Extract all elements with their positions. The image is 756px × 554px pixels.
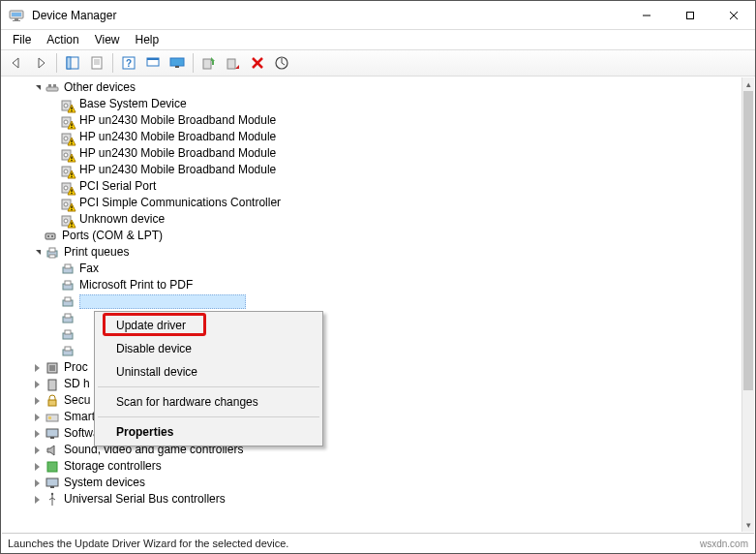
chevron-right-icon[interactable]: [31, 412, 43, 423]
svg-rect-36: [71, 127, 72, 128]
tree-node-other-devices[interactable]: Other devices: [4, 79, 741, 96]
refresh-icon[interactable]: [141, 51, 165, 75]
help-icon[interactable]: ?: [117, 51, 140, 75]
menu-file[interactable]: File: [5, 31, 39, 48]
chevron-right-icon[interactable]: [31, 362, 43, 374]
tree-node-device[interactable]: PCI Simple Communications Controller: [4, 195, 741, 211]
statusbar: Launches the Update Driver Wizard for th…: [2, 533, 754, 553]
svg-rect-70: [65, 281, 71, 285]
tree-node-ports[interactable]: Ports (COM & LPT): [4, 228, 741, 244]
printer-icon: [60, 344, 76, 359]
device-warning-icon: [60, 179, 76, 195]
tree-node-storage[interactable]: Storage controllers: [4, 458, 741, 475]
svg-rect-19: [175, 66, 179, 68]
svg-rect-82: [48, 400, 56, 406]
printer-icon: [60, 278, 76, 293]
tree-node-print-item[interactable]: Fax: [4, 261, 741, 277]
app-icon: [9, 8, 24, 23]
chevron-right-icon[interactable]: [31, 379, 43, 390]
back-arrow-icon[interactable]: [5, 51, 28, 75]
menu-help[interactable]: Help: [128, 31, 167, 48]
svg-rect-39: [71, 139, 72, 142]
context-properties[interactable]: Properties: [97, 420, 320, 444]
printer-icon: [60, 311, 76, 326]
scroll-track[interactable]: [742, 91, 754, 518]
svg-rect-9: [67, 57, 71, 69]
tree-node-print-queues[interactable]: Print queues: [4, 244, 741, 261]
scroll-thumb[interactable]: [743, 91, 753, 390]
tree-node-device[interactable]: PCI Serial Port: [4, 178, 741, 195]
svg-rect-3: [12, 13, 21, 16]
uninstall-icon[interactable]: [246, 51, 269, 75]
update-driver-icon[interactable]: [197, 51, 221, 75]
svg-rect-48: [71, 176, 72, 177]
close-button[interactable]: [711, 1, 755, 30]
svg-rect-31: [71, 107, 72, 109]
tree-node-device[interactable]: Base System Device: [4, 96, 741, 112]
tree-label: Storage controllers: [64, 458, 162, 475]
chevron-right-icon[interactable]: [31, 445, 43, 456]
svg-rect-10: [92, 57, 102, 69]
tree-label: Print queues: [64, 244, 129, 261]
chevron-right-icon[interactable]: [31, 461, 43, 473]
context-separator: [98, 416, 319, 417]
properties-page-icon[interactable]: [85, 51, 108, 75]
sound-icon: [45, 443, 60, 458]
disable-icon[interactable]: [222, 51, 245, 75]
tree-node-device[interactable]: HP un2430 Mobile Broadband Module: [4, 162, 741, 178]
svg-rect-27: [48, 84, 51, 87]
context-uninstall-device[interactable]: Uninstall device: [97, 360, 320, 384]
show-hidden-icon[interactable]: [61, 51, 84, 75]
svg-point-62: [47, 235, 49, 237]
tree-node-system[interactable]: System devices: [4, 475, 741, 491]
chevron-down-icon[interactable]: [31, 82, 43, 94]
svg-rect-20: [203, 59, 211, 69]
monitor-icon[interactable]: [166, 51, 189, 75]
printer-icon: [60, 294, 76, 310]
svg-rect-32: [71, 110, 72, 111]
usb-icon: [45, 492, 60, 508]
svg-rect-51: [71, 189, 72, 192]
menu-action[interactable]: Action: [39, 31, 86, 48]
chevron-down-icon[interactable]: [31, 247, 43, 259]
scroll-down-icon[interactable]: ▾: [742, 518, 754, 532]
context-scan-hardware[interactable]: Scan for hardware changes: [97, 390, 320, 414]
chevron-right-icon[interactable]: [31, 428, 43, 440]
tree-node-device[interactable]: HP un2430 Mobile Broadband Module: [4, 129, 741, 145]
device-warning-icon: [60, 163, 76, 178]
vertical-scrollbar[interactable]: ▴ ▾: [741, 77, 754, 532]
tree-label: Proc: [64, 359, 88, 376]
scroll-up-icon[interactable]: ▴: [742, 77, 754, 91]
chevron-right-icon[interactable]: [31, 395, 43, 407]
tree-label: Base System Device: [79, 96, 187, 112]
svg-rect-21: [212, 61, 214, 65]
tree-node-print-item-selected[interactable]: [4, 293, 741, 310]
svg-rect-86: [50, 437, 54, 439]
context-separator: [98, 386, 319, 387]
device-warning-icon: [60, 146, 76, 162]
tree-node-usb[interactable]: Universal Serial Bus controllers: [4, 491, 741, 508]
tree-node-print-item[interactable]: Microsoft Print to PDF: [4, 277, 741, 293]
chevron-right-icon[interactable]: [31, 494, 43, 506]
security-icon: [45, 393, 60, 409]
tree-node-device[interactable]: Unknown device: [4, 211, 741, 228]
device-warning-icon: [60, 212, 76, 228]
svg-rect-5: [686, 12, 693, 18]
context-update-driver[interactable]: Update driver: [97, 314, 320, 337]
forward-arrow-icon[interactable]: [29, 51, 52, 75]
scan-icon[interactable]: [270, 51, 293, 75]
svg-rect-1: [15, 18, 18, 20]
minimize-button[interactable]: [624, 1, 668, 30]
maximize-button[interactable]: [668, 1, 711, 30]
tree-label: Fax: [79, 261, 99, 277]
tree-label: Secu: [64, 392, 90, 409]
menu-view[interactable]: View: [87, 31, 128, 48]
tree-node-device[interactable]: HP un2430 Mobile Broadband Module: [4, 112, 741, 129]
chevron-right-icon[interactable]: [31, 477, 43, 489]
svg-rect-22: [227, 59, 235, 69]
tree-node-device[interactable]: HP un2430 Mobile Broadband Module: [4, 145, 741, 162]
printer-icon: [60, 262, 76, 277]
context-disable-device[interactable]: Disable device: [97, 337, 320, 360]
ports-icon: [43, 229, 58, 244]
svg-rect-87: [47, 462, 57, 472]
